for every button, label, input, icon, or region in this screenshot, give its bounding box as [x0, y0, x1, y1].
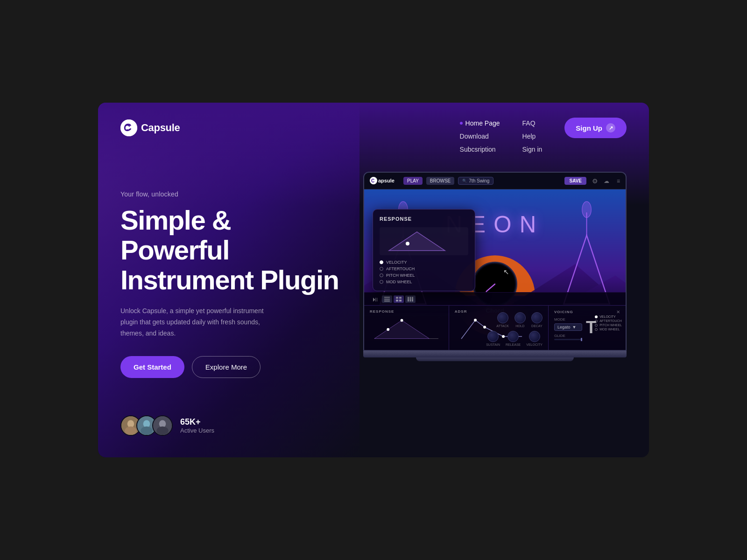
svg-point-11	[156, 427, 168, 435]
svg-rect-56	[384, 297, 390, 298]
svg-text:C: C	[371, 178, 374, 183]
view-btn-1[interactable]	[382, 295, 392, 303]
logo: C Capsule	[120, 119, 180, 136]
avatar	[152, 415, 173, 436]
signup-button[interactable]: Sign Up ↗	[564, 118, 627, 138]
svg-rect-63	[408, 297, 409, 301]
plugin-cloud-icon: ☁	[604, 178, 609, 184]
user-count: 65K+ Active Users	[180, 417, 214, 434]
svg-point-15	[406, 242, 409, 245]
response-graph	[380, 227, 468, 255]
svg-rect-65	[412, 297, 413, 301]
nav-col-2: FAQ Help Sign in	[522, 119, 543, 153]
release-knob[interactable]	[507, 331, 519, 342]
hero-left: Your flow, unlocked Simple & Powerful In…	[120, 181, 345, 436]
nav-col-1: Home Page Download Subcsription	[460, 119, 500, 153]
avatar-group	[120, 415, 173, 436]
svg-point-53	[474, 319, 477, 322]
nav-faq[interactable]: FAQ	[522, 119, 543, 127]
response-options: VELOCITY AFTERTOUCH PITCH WHEEL MOD WHEE…	[380, 260, 468, 284]
get-started-button[interactable]: Get Started	[120, 356, 184, 378]
plugin-browse-btn[interactable]: BROWSE	[426, 177, 454, 185]
hero-title: Simple & Powerful Instrument Plugin	[120, 205, 345, 294]
nav-signin[interactable]: Sign in	[522, 146, 543, 153]
svg-point-5	[125, 427, 136, 435]
sustain-knob[interactable]	[487, 331, 499, 342]
svg-rect-64	[410, 297, 411, 301]
active-dot	[460, 122, 463, 125]
mode-dropdown[interactable]: Legato ▼	[554, 323, 582, 331]
logo-text: Capsule	[141, 122, 180, 134]
glide-slider[interactable]	[554, 339, 582, 340]
svg-rect-59	[396, 297, 398, 299]
decay-knob[interactable]	[531, 312, 543, 323]
browser-window: C Capsule Home Page Download Subcsriptio…	[98, 103, 649, 457]
plugin-bottom-panel: RESPONSE	[364, 305, 626, 350]
transport-bar: ⏯	[364, 292, 626, 305]
hero-right: RESPONSE VELOCITY	[363, 172, 627, 361]
hero-tagline: Your flow, unlocked	[120, 190, 345, 198]
laptop-base	[363, 351, 627, 357]
svg-rect-58	[384, 301, 390, 301]
svg-rect-62	[399, 300, 402, 301]
adsr-section: ADSR	[449, 306, 549, 350]
plugin-settings-icon: ⚙	[592, 177, 598, 185]
nav-subscription[interactable]: Subcsription	[460, 146, 500, 153]
user-count-number: 65K+	[180, 417, 214, 427]
nav-download[interactable]: Download	[460, 133, 500, 140]
transport-play-icon[interactable]: ⏯	[372, 295, 378, 303]
svg-point-42	[582, 202, 592, 217]
nav-home[interactable]: Home Page	[460, 119, 500, 127]
response-opt-velocity: VELOCITY	[380, 260, 468, 265]
laptop-stand	[416, 357, 574, 361]
voicing-section: VOICING ✕ MODE Legato ▼	[549, 306, 626, 350]
navbar: C Capsule Home Page Download Subcsriptio…	[98, 103, 649, 153]
hero-section: Your flow, unlocked Simple & Powerful In…	[98, 153, 649, 436]
plugin-play-btn[interactable]: PLAY	[403, 177, 423, 185]
attack-knob[interactable]	[497, 312, 508, 323]
plugin-search[interactable]: 🔍 7th Swing	[458, 177, 493, 185]
view-btn-2[interactable]	[394, 295, 404, 303]
svg-rect-57	[384, 299, 390, 300]
svg-text:↖: ↖	[503, 268, 509, 276]
hero-buttons: Get Started Explore More	[120, 356, 345, 378]
hold-knob[interactable]	[514, 312, 526, 323]
hero-description: Unlock Capsule, a simple yet powerful in…	[120, 306, 279, 339]
social-proof: 65K+ Active Users	[120, 415, 345, 436]
svg-rect-60	[399, 297, 402, 299]
explore-more-button[interactable]: Explore More	[192, 356, 261, 378]
svg-point-2	[124, 126, 127, 130]
svg-point-54	[483, 326, 486, 329]
response-opt-mod: MOD WHEEL	[380, 280, 468, 284]
plugin-menu-icon: ≡	[617, 178, 620, 184]
velocity-letter: T	[586, 319, 596, 340]
logo-icon: C	[120, 119, 137, 136]
plugin-topbar: C apsule PLAY BROWSE 🔍 7th Swing	[364, 173, 626, 189]
velocity-knob[interactable]	[529, 331, 540, 342]
arrow-icon: ↗	[606, 123, 615, 133]
svg-text:C: C	[124, 121, 132, 133]
response-section: RESPONSE	[364, 306, 449, 350]
user-count-label: Active Users	[180, 427, 214, 434]
plugin-save-btn[interactable]: SAVE	[564, 177, 586, 185]
svg-marker-49	[374, 320, 430, 338]
nav-links: Home Page Download Subcsription FAQ Help…	[460, 119, 565, 153]
svg-point-8	[141, 427, 152, 435]
svg-point-51	[401, 319, 403, 322]
response-card-title: RESPONSE	[380, 216, 468, 222]
svg-text:apsule: apsule	[378, 178, 395, 183]
svg-rect-61	[396, 300, 398, 301]
response-opt-pitch: PITCH WHEEL	[380, 273, 468, 278]
nav-help[interactable]: Help	[522, 133, 543, 140]
svg-point-50	[387, 328, 389, 331]
response-opt-aftertouch: AFTERTOUCH	[380, 266, 468, 271]
close-icon[interactable]: ✕	[616, 309, 620, 315]
response-card: RESPONSE VELOCITY	[373, 209, 475, 291]
plugin-logo-text: C apsule	[370, 177, 398, 185]
view-btn-3[interactable]	[405, 295, 416, 303]
